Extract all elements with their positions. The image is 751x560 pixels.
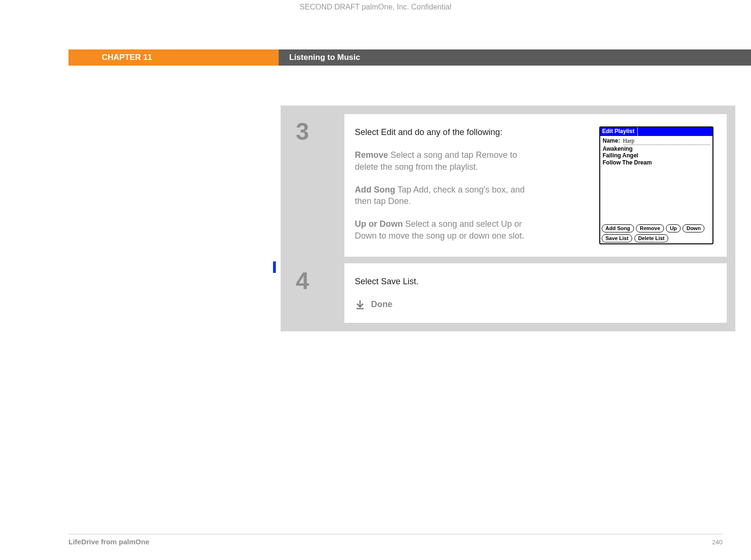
footer-rule [68, 534, 722, 534]
option-up-down: Up or Down Select a song and select Up o… [355, 218, 531, 241]
list-item[interactable]: Follow The Dream [603, 159, 710, 166]
remove-button[interactable]: Remove [636, 224, 664, 232]
playlist-name-row: Name: Harp [600, 136, 712, 145]
steps-container: 3 Select Edit and do any of the followin… [281, 106, 735, 331]
name-label: Name: [603, 137, 620, 145]
step-body: Select Save List. Done [344, 263, 727, 323]
add-song-button[interactable]: Add Song [602, 224, 634, 232]
chapter-bar: CHAPTER 11 Listening to Music [68, 49, 751, 66]
step-body: Select Edit and do any of the following:… [344, 114, 727, 257]
button-row-1: Add Song Remove Up Down [600, 223, 712, 233]
list-item[interactable]: Falling Angel [603, 152, 710, 159]
draft-header: SECOND DRAFT palmOne, Inc. Confidential [0, 3, 751, 11]
step-4: 4 Select Save List. Done [289, 263, 727, 323]
step-instruction: Select Save List. [355, 276, 531, 287]
save-list-button[interactable]: Save List [602, 234, 632, 242]
chapter-label: CHAPTER 11 [68, 49, 279, 66]
done-arrow-icon [355, 299, 365, 309]
edit-playlist-screenshot: Edit Playlist Name: Harp Awakening Falli… [599, 126, 713, 244]
screenshot-title: Edit Playlist [600, 127, 638, 136]
screenshot-titlebar: Edit Playlist [600, 127, 712, 136]
down-button[interactable]: Down [683, 224, 704, 232]
option-remove: Remove Select a song and tap Remove to d… [355, 149, 531, 173]
step-intro: Select Edit and do any of the following: [355, 126, 531, 138]
done-row: Done [355, 299, 531, 310]
page-number: 240 [712, 539, 722, 546]
up-button[interactable]: Up [666, 224, 681, 232]
button-row-2: Save List Delete List [600, 233, 712, 243]
option-title: Remove [355, 150, 388, 160]
chapter-title: Listening to Music [279, 49, 751, 66]
list-item[interactable]: Awakening [603, 145, 710, 152]
song-list[interactable]: Awakening Falling Angel Follow The Dream [600, 145, 712, 223]
delete-list-button[interactable]: Delete List [634, 234, 669, 242]
footer-product: LifeDrive from palmOne [68, 538, 149, 546]
done-label: Done [371, 299, 392, 310]
titlebar-spacer [638, 127, 712, 136]
name-field[interactable]: Harp [623, 137, 710, 145]
step-number: 4 [289, 263, 344, 323]
option-add-song: Add Song Tap Add, check a song's box, an… [355, 184, 531, 207]
step-text: Select Edit and do any of the following:… [355, 126, 531, 244]
step-text: Select Save List. Done [355, 276, 531, 310]
step-number: 3 [289, 114, 344, 257]
step-3: 3 Select Edit and do any of the followin… [289, 114, 727, 257]
option-title: Up or Down [355, 219, 403, 229]
change-bar-marker [273, 261, 276, 273]
option-title: Add Song [355, 185, 395, 194]
